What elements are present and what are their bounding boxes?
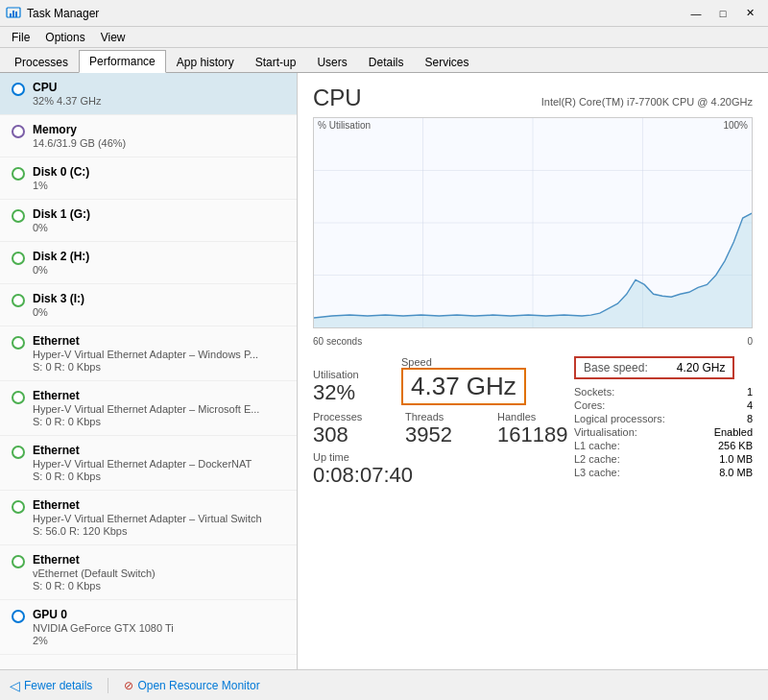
- chart-footer: 60 seconds 0: [313, 336, 753, 347]
- close-button[interactable]: ✕: [737, 4, 762, 23]
- sockets-key: Sockets:: [574, 386, 614, 398]
- memory-title: Memory: [33, 123, 285, 136]
- chart-time-left: 60 seconds: [313, 336, 362, 347]
- sidebar-item-disk3[interactable]: Disk 3 (I:) 0%: [0, 284, 297, 326]
- svg-rect-3: [15, 12, 17, 17]
- disk0-stats: 1%: [33, 180, 285, 191]
- tab-services[interactable]: Services: [414, 51, 479, 73]
- eth4-stats: S: 56.0 R: 120 Kbps: [33, 525, 285, 537]
- l1cache-row: L1 cache: 256 KB: [574, 439, 753, 452]
- cpu-header: CPU Intel(R) Core(TM) i7-7700K CPU @ 4.2…: [313, 84, 753, 111]
- threads-value: 3952: [405, 422, 482, 447]
- eth2-stats: S: 0 R: 0 Kbps: [33, 416, 285, 427]
- minimize-button[interactable]: —: [684, 4, 708, 23]
- inline-stats: Processes 308 Threads 3952 Handles 16118…: [313, 411, 574, 447]
- tab-performance[interactable]: Performance: [79, 50, 166, 73]
- l3cache-val: 8.0 MB: [719, 467, 753, 478]
- base-speed-key: Base speed:: [584, 361, 648, 374]
- threads-label: Threads: [405, 411, 482, 422]
- eth2-desc: Hyper-V Virtual Ethernet Adapter – Micro…: [33, 403, 285, 415]
- open-resource-monitor-label: Open Resource Monitor: [137, 679, 259, 692]
- window-controls: — □ ✕: [684, 4, 762, 23]
- tab-processes[interactable]: Processes: [4, 51, 79, 73]
- app-icon: [6, 6, 21, 21]
- fewer-details-icon: ◁: [10, 678, 20, 693]
- sidebar-item-eth1[interactable]: Ethernet Hyper-V Virtual Ethernet Adapte…: [0, 326, 297, 381]
- sidebar-item-gpu0[interactable]: GPU 0 NVIDIA GeForce GTX 1080 Ti 2%: [0, 600, 297, 655]
- svg-rect-1: [10, 13, 12, 17]
- processes-block: Processes 308: [313, 411, 390, 447]
- eth3-stats: S: 0 R: 0 Kbps: [33, 471, 285, 482]
- disk3-title: Disk 3 (I:): [33, 292, 285, 305]
- open-resource-monitor-button[interactable]: ⊘ Open Resource Monitor: [124, 679, 259, 692]
- menu-view[interactable]: View: [93, 29, 133, 46]
- sidebar-item-eth3[interactable]: Ethernet Hyper-V Virtual Ethernet Adapte…: [0, 436, 297, 491]
- main-content: CPU 32% 4.37 GHz Memory 14.6/31.9 GB (46…: [0, 73, 768, 669]
- tab-app-history[interactable]: App history: [166, 51, 245, 73]
- disk2-text: Disk 2 (H:) 0%: [33, 250, 285, 276]
- bottom-bar: ◁ Fewer details ⊘ Open Resource Monitor: [0, 669, 768, 700]
- eth5-text: Ethernet vEthernet (Default Switch) S: 0…: [33, 553, 285, 591]
- sidebar-item-disk1[interactable]: Disk 1 (G:) 0%: [0, 200, 297, 242]
- eth1-title: Ethernet: [33, 334, 285, 348]
- sidebar-item-disk0[interactable]: Disk 0 (C:) 1%: [0, 157, 297, 200]
- logical-processors-val: 8: [747, 413, 753, 424]
- eth1-text: Ethernet Hyper-V Virtual Ethernet Adapte…: [33, 334, 285, 373]
- cores-key: Cores:: [574, 399, 605, 411]
- l1cache-val: 256 KB: [718, 440, 753, 451]
- cores-row: Cores: 4: [574, 398, 753, 412]
- threads-block: Threads 3952: [405, 411, 482, 447]
- window-title: Task Manager: [27, 7, 684, 20]
- cpu-chart-svg: [314, 118, 752, 327]
- tab-startup[interactable]: Start-up: [245, 51, 307, 73]
- menu-bar: File Options View: [0, 27, 768, 48]
- cpu-icon: [12, 83, 25, 96]
- tab-users[interactable]: Users: [306, 51, 357, 73]
- disk2-title: Disk 2 (H:): [33, 250, 285, 263]
- l2cache-val: 1.0 MB: [719, 453, 753, 465]
- utilisation-label: Utilisation: [313, 369, 390, 380]
- virtualisation-key: Virtualisation:: [574, 426, 637, 438]
- disk1-icon: [12, 209, 25, 223]
- tab-bar: Processes Performance App history Start-…: [0, 48, 768, 73]
- eth3-text: Ethernet Hyper-V Virtual Ethernet Adapte…: [33, 444, 285, 482]
- uptime-value: 0:08:07:40: [313, 463, 574, 488]
- disk2-icon: [12, 252, 25, 265]
- sidebar-item-memory[interactable]: Memory 14.6/31.9 GB (46%): [0, 115, 297, 157]
- disk1-title: Disk 1 (G:): [33, 207, 285, 221]
- maximize-button[interactable]: □: [710, 4, 735, 23]
- right-details: Base speed: 4.20 GHz Sockets: 1 Cores: 4…: [574, 356, 753, 479]
- eth4-icon: [12, 500, 25, 514]
- utilisation-block: Utilisation 32%: [313, 369, 390, 405]
- cpu-panel-title: CPU: [313, 84, 362, 111]
- sidebar-item-cpu[interactable]: CPU 32% 4.37 GHz: [0, 73, 297, 115]
- gpu0-text: GPU 0 NVIDIA GeForce GTX 1080 Ti 2%: [33, 608, 285, 646]
- menu-file[interactable]: File: [4, 29, 37, 46]
- handles-label: Handles: [497, 411, 574, 422]
- l2cache-key: L2 cache:: [574, 453, 620, 465]
- title-bar: Task Manager — □ ✕: [0, 0, 768, 27]
- logical-processors-row: Logical processors: 8: [574, 412, 753, 425]
- sidebar-item-disk2[interactable]: Disk 2 (H:) 0%: [0, 242, 297, 284]
- disk2-stats: 0%: [33, 264, 285, 276]
- utilisation-value: 32%: [313, 380, 390, 405]
- sidebar-item-eth2[interactable]: Ethernet Hyper-V Virtual Ethernet Adapte…: [0, 381, 297, 436]
- tab-details[interactable]: Details: [358, 51, 415, 73]
- memory-text: Memory 14.6/31.9 GB (46%): [33, 123, 285, 149]
- sidebar-item-eth5[interactable]: Ethernet vEthernet (Default Switch) S: 0…: [0, 545, 297, 600]
- cpu-model: Intel(R) Core(TM) i7-7700K CPU @ 4.20GHz: [541, 96, 753, 108]
- handles-value: 161189: [497, 422, 574, 447]
- l3cache-row: L3 cache: 8.0 MB: [574, 466, 753, 479]
- stats-section: Utilisation 32% Speed 4.37 GHz Processes: [313, 356, 753, 488]
- disk0-icon: [12, 167, 25, 181]
- disk0-title: Disk 0 (C:): [33, 165, 285, 179]
- eth3-title: Ethernet: [33, 444, 285, 457]
- sidebar-item-eth4[interactable]: Ethernet Hyper-V Virtual Ethernet Adapte…: [0, 491, 297, 545]
- fewer-details-button[interactable]: ◁ Fewer details: [10, 678, 92, 693]
- eth2-title: Ethernet: [33, 389, 285, 402]
- menu-options[interactable]: Options: [37, 29, 92, 46]
- virtualisation-row: Virtualisation: Enabled: [574, 425, 753, 439]
- cpu-chart: % Utilisation 100%: [313, 117, 753, 328]
- speed-value: 4.37 GHz: [411, 372, 516, 400]
- memory-stats: 14.6/31.9 GB (46%): [33, 137, 285, 149]
